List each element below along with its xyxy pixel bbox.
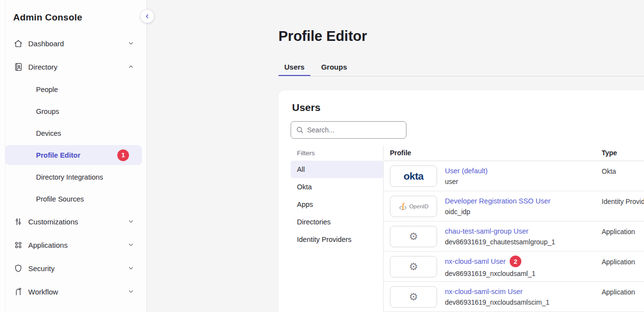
- filter-apps[interactable]: Apps: [291, 196, 383, 213]
- gear-icon: ⚙: [409, 231, 418, 241]
- openid-logo: OpenID: [390, 196, 437, 217]
- profile-id: dev86931619_nxcloudsamlscim_1: [445, 298, 550, 306]
- filters-label: Filters: [291, 145, 383, 161]
- step-badge-2: 2: [510, 256, 521, 267]
- openid-mark-icon: [399, 202, 407, 211]
- workflow-icon: [13, 287, 23, 296]
- home-icon: [13, 38, 23, 48]
- profile-link-chau-test-saml-group[interactable]: chau-test-saml-group User: [445, 227, 529, 235]
- filter-identity-providers[interactable]: Identity Providers: [291, 231, 383, 248]
- sidebar-item-applications[interactable]: Applications: [0, 233, 146, 257]
- app-logo-placeholder: ⚙: [390, 256, 437, 277]
- sidebar-item-label: Groups: [36, 108, 59, 115]
- sidebar-item-label: Dashboard: [28, 39, 64, 48]
- chevron-up-icon: [128, 63, 134, 70]
- profile-id: oidc_idp: [445, 208, 551, 216]
- step-badge-1: 1: [117, 149, 129, 161]
- sidebar-item-people[interactable]: People: [0, 78, 146, 100]
- profile-type: Application: [602, 258, 635, 281]
- sidebar: Admin Console Dashboard Directory: [0, 0, 147, 312]
- chevron-down-icon: [128, 241, 134, 248]
- chevron-down-icon: [128, 40, 134, 47]
- profile-type: Okta: [602, 167, 616, 191]
- filter-all[interactable]: All: [291, 161, 383, 178]
- sidebar-item-directory[interactable]: Directory: [0, 55, 146, 78]
- sidebar-item-customizations[interactable]: Customizations: [0, 210, 146, 233]
- app-title: Admin Console: [13, 12, 82, 23]
- filters-panel: Filters All Okta Apps Directories Identi…: [291, 145, 383, 248]
- chevron-left-icon: [144, 13, 150, 19]
- chevron-down-icon: [128, 288, 134, 295]
- apps-grid-icon: [13, 240, 23, 250]
- search-icon: [296, 126, 304, 134]
- table-row: ⚙ nx-cloud-saml User2 dev86931619_nxclou…: [384, 252, 644, 282]
- users-card: Users Filters All Okta Apps Directories …: [278, 90, 644, 312]
- tab-users[interactable]: Users: [278, 57, 311, 76]
- sidebar-item-label: Customizations: [28, 218, 78, 226]
- bar-chart-icon: [13, 310, 23, 312]
- column-header-profile: Profile: [384, 149, 602, 157]
- column-header-type: Type: [602, 149, 617, 157]
- sidebar-item-label: Directory: [28, 63, 57, 71]
- tab-groups[interactable]: Groups: [315, 57, 353, 76]
- sidebar-item-groups[interactable]: Groups: [0, 100, 146, 122]
- profile-link-dev-registration-sso[interactable]: Developer Registration SSO User: [445, 197, 551, 205]
- sidebar-item-devices[interactable]: Devices: [0, 122, 146, 144]
- profile-link-nx-cloud-saml-scim[interactable]: nx-cloud-saml-scim User: [445, 288, 523, 295]
- table-header: Profile Type: [384, 145, 644, 161]
- app-logo-placeholder: ⚙: [390, 286, 437, 308]
- sidebar-item-partial[interactable]: [0, 303, 146, 312]
- card-title: Users: [292, 102, 320, 113]
- profile-link-user-default[interactable]: User (default): [445, 167, 488, 175]
- sidebar-item-label: People: [36, 86, 58, 93]
- sidebar-item-directory-integrations[interactable]: Directory Integrations: [0, 166, 146, 188]
- sidebar-collapse-button[interactable]: [141, 10, 154, 23]
- sidebar-item-label: Directory Integrations: [36, 173, 103, 181]
- profile-link-nx-cloud-saml[interactable]: nx-cloud-saml User2: [445, 256, 521, 267]
- table-row: okta User (default) user Okta: [384, 161, 644, 191]
- shield-icon: [13, 263, 23, 273]
- sidebar-item-label: Workflow: [28, 288, 58, 296]
- gear-icon: ⚙: [409, 261, 418, 272]
- app-logo-placeholder: ⚙: [390, 226, 437, 247]
- sidebar-item-label: Devices: [36, 129, 61, 137]
- okta-logo: okta: [390, 165, 437, 187]
- profile-id: user: [445, 178, 488, 185]
- table-row: ⚙ chau-test-saml-group User dev86931619_…: [384, 221, 644, 252]
- sidebar-item-workflow[interactable]: Workflow: [0, 280, 146, 303]
- sidebar-item-label: Security: [28, 264, 55, 273]
- chevron-down-icon: [128, 218, 134, 225]
- profile-type: Application: [602, 288, 635, 312]
- sidebar-item-label: Applications: [28, 241, 68, 249]
- profile-type: Identity Provider: [602, 198, 644, 221]
- profile-type: Application: [602, 228, 635, 251]
- filter-directories[interactable]: Directories: [291, 213, 383, 231]
- page-title: Profile Editor: [278, 28, 367, 44]
- filter-okta[interactable]: Okta: [291, 178, 383, 196]
- directory-icon: [13, 62, 23, 72]
- sidebar-item-label: Profile Editor: [36, 151, 80, 159]
- sidebar-nav: Dashboard Directory People Groups: [0, 32, 146, 312]
- table-row: OpenID Developer Registration SSO User o…: [384, 191, 644, 221]
- profile-id: dev86931619_nxcloudsaml_1: [445, 270, 535, 277]
- sidebar-item-profile-editor[interactable]: Profile Editor 1: [5, 145, 142, 165]
- search-input[interactable]: [307, 126, 401, 134]
- tab-divider: [278, 76, 644, 76]
- sidebar-item-profile-sources[interactable]: Profile Sources: [0, 188, 146, 210]
- sidebar-item-security[interactable]: Security: [0, 257, 146, 280]
- sliders-icon: [13, 217, 23, 226]
- gear-icon: ⚙: [409, 292, 418, 302]
- profile-id: dev86931619_chautestsamlgroup_1: [445, 238, 555, 246]
- search-box: [291, 121, 406, 139]
- tab-bar: Users Groups: [278, 57, 358, 76]
- chevron-down-icon: [128, 265, 134, 272]
- sidebar-item-dashboard[interactable]: Dashboard: [0, 32, 146, 55]
- profiles-table: Profile Type okta User (default) user: [384, 145, 644, 312]
- table-row: ⚙ nx-cloud-saml-scim User dev86931619_nx…: [384, 282, 644, 312]
- sidebar-item-label: Profile Sources: [36, 195, 84, 203]
- main-content: Profile Editor Users Groups Users Filter…: [147, 0, 644, 312]
- admin-console-app: Admin Console Dashboard Directory: [0, 0, 644, 312]
